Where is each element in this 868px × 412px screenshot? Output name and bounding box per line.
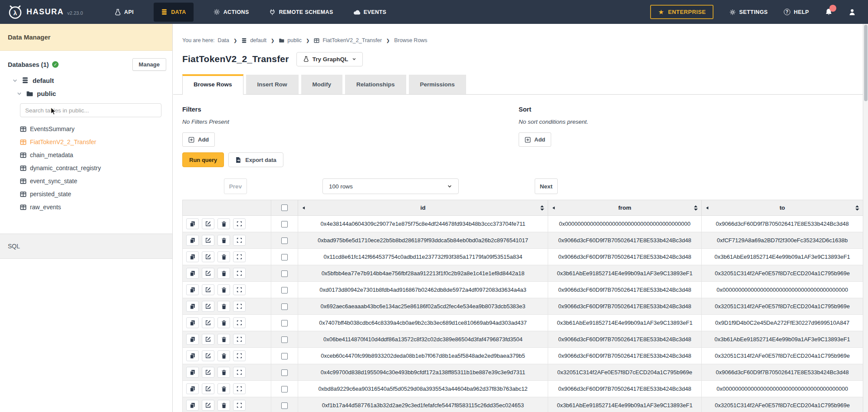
row-checkbox[interactable]	[281, 320, 288, 326]
sort-icon[interactable]	[694, 205, 698, 211]
edit-row-button[interactable]	[202, 383, 214, 394]
add-sort-button[interactable]: Add	[519, 132, 551, 147]
sidebar-table-item-event_sync_state[interactable]: event_sync_state	[0, 175, 172, 188]
nav-item-api[interactable]: API	[114, 9, 134, 16]
row-checkbox[interactable]	[281, 254, 288, 260]
help-button[interactable]: ? HELP	[784, 9, 809, 15]
clone-row-button[interactable]	[186, 317, 199, 328]
delete-row-button[interactable]	[217, 367, 230, 378]
sql-section[interactable]: SQL	[0, 234, 172, 259]
tree-item-default-database[interactable]: default	[0, 74, 172, 87]
nav-item-remote-schemas[interactable]: REMOTE SCHEMAS	[269, 9, 333, 16]
edit-row-button[interactable]	[202, 235, 214, 246]
expand-row-button[interactable]	[233, 383, 246, 394]
settings-button[interactable]: SETTINGS	[730, 9, 768, 15]
row-checkbox[interactable]	[281, 303, 288, 310]
breadcrumb-data[interactable]: Data	[218, 37, 229, 43]
row-checkbox[interactable]	[281, 369, 288, 376]
edit-row-button[interactable]	[202, 301, 214, 312]
delete-row-button[interactable]	[217, 301, 230, 312]
expand-row-button[interactable]	[233, 350, 246, 361]
prev-page-button[interactable]: Prev	[224, 178, 247, 194]
expand-row-button[interactable]	[233, 367, 246, 378]
delete-row-button[interactable]	[217, 383, 230, 394]
edit-row-button[interactable]	[202, 367, 214, 378]
breadcrumb-table[interactable]: FiatTokenV2_2_Transfer	[322, 37, 381, 43]
expand-row-button[interactable]	[233, 268, 246, 279]
expand-row-button[interactable]	[233, 317, 246, 328]
delete-row-button[interactable]	[217, 218, 230, 229]
clone-row-button[interactable]	[186, 367, 199, 378]
manage-button[interactable]: Manage	[132, 58, 166, 71]
collapse-column-icon[interactable]	[706, 206, 709, 210]
add-filter-button[interactable]: Add	[182, 132, 215, 147]
chevron-down-icon[interactable]	[16, 91, 22, 96]
row-checkbox[interactable]	[281, 287, 288, 293]
tree-item-public-schema[interactable]: public	[0, 87, 172, 100]
breadcrumb-default[interactable]: default	[250, 37, 266, 43]
chevron-down-icon[interactable]	[12, 78, 18, 83]
row-checkbox[interactable]	[281, 237, 288, 244]
sidebar-table-item-FiatTokenV2_2_Transfer[interactable]: FiatTokenV2_2_Transfer	[0, 135, 172, 148]
edit-row-button[interactable]	[202, 251, 214, 262]
clone-row-button[interactable]	[186, 400, 199, 411]
clone-row-button[interactable]	[186, 383, 199, 394]
scrollbar-thumb[interactable]	[864, 25, 868, 101]
delete-row-button[interactable]	[217, 400, 230, 411]
edit-row-button[interactable]	[202, 334, 214, 345]
row-checkbox[interactable]	[281, 386, 288, 392]
delete-row-button[interactable]	[217, 317, 230, 328]
nav-item-events[interactable]: EVENTS	[353, 9, 386, 15]
next-page-button[interactable]: Next	[535, 178, 558, 194]
expand-row-button[interactable]	[233, 301, 246, 312]
row-checkbox[interactable]	[281, 270, 288, 277]
column-header-id[interactable]: id	[298, 200, 548, 216]
nav-item-data[interactable]: DATA	[154, 3, 193, 22]
hasura-brand[interactable]: λ HASURA v2.23.0	[8, 5, 83, 20]
run-query-button[interactable]: Run query	[182, 152, 224, 167]
expand-row-button[interactable]	[233, 400, 246, 411]
sort-icon[interactable]	[540, 205, 544, 211]
nav-item-actions[interactable]: ACTIONS	[214, 9, 249, 15]
expand-row-button[interactable]	[233, 218, 246, 229]
row-checkbox[interactable]	[281, 353, 288, 359]
search-tables-input[interactable]	[20, 103, 161, 117]
sidebar-table-item-EventsSummary[interactable]: EventsSummary	[0, 122, 172, 135]
vertical-scrollbar[interactable]	[863, 24, 868, 412]
export-data-button[interactable]: Export data	[228, 152, 283, 167]
clone-row-button[interactable]	[186, 350, 199, 361]
edit-row-button[interactable]	[202, 317, 214, 328]
try-graphql-button[interactable]: Try GraphQL	[296, 52, 363, 66]
delete-row-button[interactable]	[217, 350, 230, 361]
user-menu-button[interactable]	[848, 8, 856, 16]
expand-row-button[interactable]	[233, 284, 246, 295]
expand-row-button[interactable]	[233, 251, 246, 262]
clone-row-button[interactable]	[186, 218, 199, 229]
edit-row-button[interactable]	[202, 400, 214, 411]
sidebar-table-item-raw_events[interactable]: raw_events	[0, 201, 172, 214]
edit-row-button[interactable]	[202, 268, 214, 279]
select-all-checkbox[interactable]	[281, 204, 288, 211]
clone-row-button[interactable]	[186, 268, 199, 279]
delete-row-button[interactable]	[217, 284, 230, 295]
clone-row-button[interactable]	[186, 334, 199, 345]
edit-row-button[interactable]	[202, 284, 214, 295]
delete-row-button[interactable]	[217, 268, 230, 279]
expand-row-button[interactable]	[233, 235, 246, 246]
breadcrumb-public[interactable]: public	[287, 37, 302, 43]
sidebar-table-item-chain_metadata[interactable]: chain_metadata	[0, 148, 172, 162]
tab-relationships[interactable]: Relationships	[345, 75, 406, 94]
notifications-button[interactable]	[825, 8, 832, 16]
tab-permissions[interactable]: Permissions	[409, 75, 466, 94]
row-checkbox[interactable]	[281, 221, 288, 227]
tab-insert-row[interactable]: Insert Row	[246, 75, 299, 94]
row-checkbox[interactable]	[281, 402, 288, 409]
sidebar-table-item-persisted_state[interactable]: persisted_state	[0, 188, 172, 201]
tab-modify[interactable]: Modify	[301, 75, 343, 94]
delete-row-button[interactable]	[217, 334, 230, 345]
rows-per-page-select[interactable]: 100 rows	[322, 178, 459, 194]
sort-icon[interactable]	[855, 205, 859, 211]
clone-row-button[interactable]	[186, 235, 199, 246]
column-header-from[interactable]: from	[548, 200, 702, 216]
delete-row-button[interactable]	[217, 235, 230, 246]
